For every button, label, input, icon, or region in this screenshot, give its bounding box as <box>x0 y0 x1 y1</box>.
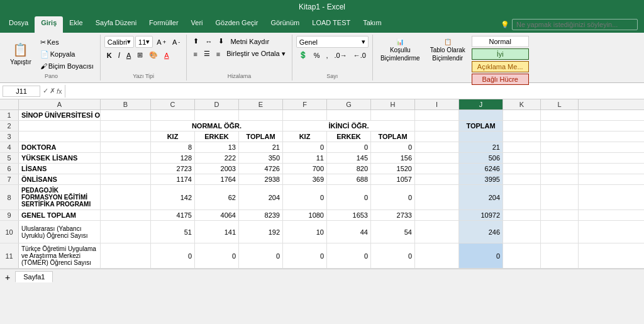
cell-a11[interactable]: Türkçe Öğretimi Uygulama ve Araştırma Me… <box>19 243 101 268</box>
cell-h8[interactable]: 0 <box>371 185 415 209</box>
font-name-dropdown[interactable]: Calibri ▾ <box>104 36 134 48</box>
cell-j8[interactable]: 204 <box>459 185 503 209</box>
font-size-dropdown[interactable]: 11 ▾ <box>135 36 153 48</box>
cell-d3[interactable]: ERKEK <box>195 131 239 142</box>
cell-f5[interactable]: 11 <box>283 153 327 163</box>
cell-e7[interactable]: 2938 <box>239 174 283 184</box>
cell-l9[interactable] <box>541 210 579 220</box>
formula-input[interactable] <box>68 86 641 96</box>
cell-c6[interactable]: 2723 <box>151 164 195 174</box>
underline-button[interactable]: A <box>124 50 133 60</box>
cell-a1[interactable]: SİNOP ÜNİVERSİTESİ Ocak 2019 ÖĞRENCİ SAY… <box>19 110 101 120</box>
cell-d9[interactable]: 4064 <box>195 210 239 220</box>
cell-k1[interactable] <box>503 110 541 120</box>
cell-g8[interactable]: 0 <box>327 185 371 209</box>
cell-l1[interactable] <box>541 110 579 120</box>
cell-h1[interactable] <box>371 110 415 120</box>
cell-j5[interactable]: 506 <box>459 153 503 163</box>
cell-k11[interactable] <box>503 243 541 268</box>
cell-d5[interactable]: 222 <box>195 153 239 163</box>
cell-f4[interactable]: 0 <box>283 142 327 152</box>
align-center-button[interactable]: ☰ <box>201 48 213 59</box>
increase-decimal-button[interactable]: .0→ <box>332 50 350 60</box>
cell-e1[interactable] <box>239 110 283 120</box>
cell-j10[interactable]: 246 <box>459 221 503 243</box>
kosullu-bicimlendirme-button[interactable]: 📊 Koşullu Biçimlendirme <box>377 36 424 64</box>
cell-l4[interactable] <box>541 142 579 152</box>
col-header-k[interactable]: K <box>503 99 541 109</box>
cell-a8[interactable]: PEDAGOJİK FORMASYON EĞİTİMİ SERTİFİKA PR… <box>19 185 101 209</box>
cell-a5[interactable]: YÜKSEK LİSANS <box>19 153 101 163</box>
cell-a7[interactable]: ÖNLİSANS <box>19 174 101 184</box>
cell-f11[interactable]: 0 <box>283 243 327 268</box>
cell-b9[interactable] <box>101 210 151 220</box>
number-format-dropdown[interactable]: Genel ▾ <box>296 36 369 48</box>
cell-g4[interactable]: 0 <box>327 142 371 152</box>
cell-j1[interactable] <box>459 110 503 120</box>
cell-g7[interactable]: 688 <box>327 174 371 184</box>
cell-e4[interactable]: 21 <box>239 142 283 152</box>
cell-k10[interactable] <box>503 221 541 243</box>
col-header-a[interactable]: A <box>19 99 101 109</box>
align-top-button[interactable]: ⬆ <box>191 36 201 47</box>
cell-a4[interactable]: DOKTORA <box>19 142 101 152</box>
cell-b3[interactable] <box>101 131 151 142</box>
cell-g5[interactable]: 145 <box>327 153 371 163</box>
paste-button[interactable]: 📋 Yapıştır <box>6 40 35 68</box>
tab-sayfa-duzeni[interactable]: Sayfa Düzeni <box>89 16 143 33</box>
cell-c3[interactable]: KIZ <box>151 131 195 142</box>
wrap-text-button[interactable]: Metni Kaydır <box>228 36 272 47</box>
cell-b8[interactable] <box>101 185 151 209</box>
cell-h5[interactable]: 156 <box>371 153 415 163</box>
cell-l7[interactable] <box>541 174 579 184</box>
cell-g1[interactable] <box>327 110 371 120</box>
cell-b10[interactable] <box>101 221 151 243</box>
cell-e3[interactable]: TOPLAM <box>239 131 283 142</box>
cell-d1[interactable] <box>195 110 239 120</box>
cell-l2[interactable] <box>541 121 579 131</box>
cell-l8[interactable] <box>541 185 579 209</box>
cell-e9[interactable]: 8239 <box>239 210 283 220</box>
cell-b7[interactable] <box>101 174 151 184</box>
cell-d11[interactable]: 0 <box>195 243 239 268</box>
cell-c5[interactable]: 128 <box>151 153 195 163</box>
cell-h7[interactable]: 1057 <box>371 174 415 184</box>
col-header-c[interactable]: C <box>151 99 195 109</box>
col-header-d[interactable]: D <box>195 99 239 109</box>
cell-k2[interactable] <box>503 121 541 131</box>
cell-f10[interactable]: 10 <box>283 221 327 243</box>
cell-k7[interactable] <box>503 174 541 184</box>
cell-d4[interactable]: 13 <box>195 142 239 152</box>
cut-button[interactable]: ✂ Kes <box>38 37 96 48</box>
cell-i2[interactable] <box>415 121 459 131</box>
align-left-button[interactable]: ≡ <box>191 48 199 59</box>
col-header-e[interactable]: E <box>239 99 283 109</box>
cell-f8[interactable]: 0 <box>283 185 327 209</box>
style-iyi[interactable]: İyi <box>472 48 529 60</box>
cell-e5[interactable]: 350 <box>239 153 283 163</box>
tab-gozden-gecir[interactable]: Gözden Geçir <box>209 16 265 33</box>
tab-load-test[interactable]: LOAD TEST <box>306 16 357 33</box>
align-bottom-button[interactable]: ⬇ <box>216 36 226 47</box>
col-header-l[interactable]: L <box>541 99 579 109</box>
cell-j2[interactable]: TOPLAM <box>459 121 503 131</box>
format-painter-button[interactable]: 🖌 Biçim Boyacısı <box>38 61 96 71</box>
cell-i6[interactable] <box>415 164 459 174</box>
cell-d6[interactable]: 2003 <box>195 164 239 174</box>
cell-l11[interactable] <box>541 243 579 268</box>
col-header-b[interactable]: B <box>101 99 151 109</box>
cell-e6[interactable]: 4726 <box>239 164 283 174</box>
cell-b5[interactable] <box>101 153 151 163</box>
sheet-tab-1[interactable]: Sayfa1 <box>15 271 53 282</box>
cell-j4[interactable]: 21 <box>459 142 503 152</box>
tab-dosya[interactable]: Dosya <box>3 16 35 33</box>
cell-b6[interactable] <box>101 164 151 174</box>
cell-l3[interactable] <box>541 131 579 142</box>
cell-f9[interactable]: 1080 <box>283 210 327 220</box>
italic-button[interactable]: İ <box>116 50 123 60</box>
cell-g3[interactable]: ERKEK <box>327 131 371 142</box>
cell-i8[interactable] <box>415 185 459 209</box>
bold-button[interactable]: K <box>104 50 114 60</box>
cell-k6[interactable] <box>503 164 541 174</box>
col-header-f[interactable]: F <box>283 99 327 109</box>
